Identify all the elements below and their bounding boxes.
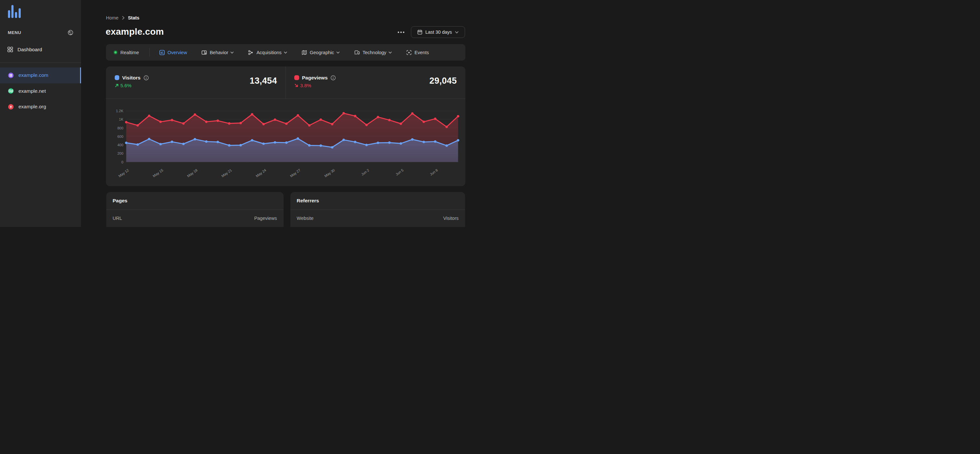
- date-range-button[interactable]: Last 30 days: [411, 26, 465, 38]
- live-indicator-icon: [113, 50, 118, 54]
- svg-text:Jun 5: Jun 5: [395, 168, 404, 176]
- svg-text:May 24: May 24: [255, 168, 267, 178]
- table-header-row: URL Pageviews: [106, 210, 283, 227]
- tab-overview[interactable]: Overview: [159, 50, 187, 55]
- date-range-label: Last 30 days: [425, 30, 452, 35]
- page-title: example.com: [106, 27, 164, 37]
- site-list: example.com example.net example.org: [0, 67, 81, 115]
- tab-acquisitions[interactable]: Acquisitions: [248, 50, 287, 55]
- sidebar-item-example-org[interactable]: example.org: [0, 99, 81, 115]
- svg-text:May 21: May 21: [221, 168, 232, 178]
- stat-pageviews: Pageviews 3.8% 29,045: [286, 67, 465, 99]
- stats-card: Visitors 5.6% 13,454 Pageviews: [106, 67, 465, 186]
- svg-text:800: 800: [117, 126, 123, 130]
- stat-label: Pageviews: [302, 75, 328, 81]
- svg-text:May 18: May 18: [186, 168, 198, 178]
- bar-chart-logo-icon: [8, 5, 21, 18]
- svg-text:May 30: May 30: [324, 168, 336, 178]
- tab-bar: Realtime Overview Behavior: [106, 44, 465, 61]
- svg-text:May 27: May 27: [290, 168, 301, 178]
- svg-text:200: 200: [117, 151, 123, 155]
- tab-label: Events: [415, 50, 429, 55]
- theme-mask-icon: [68, 30, 73, 35]
- traffic-chart[interactable]: 02004006008001K1.2KMay 12May 15May 18May…: [106, 99, 465, 186]
- site-name: example.com: [19, 72, 48, 78]
- stat-change-value: 5.6%: [121, 83, 132, 88]
- column-header-website: Website: [297, 216, 314, 221]
- clover-icon: [8, 73, 14, 78]
- svg-text:Jun 2: Jun 2: [360, 168, 370, 176]
- bolt-icon: [8, 104, 14, 110]
- panel-title: Pages: [106, 192, 283, 210]
- sidebar-item-label: Dashboard: [18, 47, 42, 53]
- tab-divider: [150, 48, 150, 57]
- branch-merge-icon: [248, 50, 253, 55]
- chevron-down-icon: [388, 51, 392, 54]
- sidebar-item-dashboard[interactable]: Dashboard: [8, 45, 42, 54]
- svg-text:400: 400: [117, 143, 123, 147]
- chevron-down-icon: [336, 51, 340, 54]
- map-icon: [302, 50, 307, 55]
- svg-text:0: 0: [121, 160, 123, 164]
- waves-icon: [8, 88, 14, 94]
- sidebar-item-example-net[interactable]: example.net: [0, 83, 81, 99]
- chevron-down-icon: [284, 51, 287, 54]
- pageviews-swatch-icon: [294, 75, 299, 80]
- svg-text:Jun 8: Jun 8: [429, 168, 439, 176]
- breadcrumb: Home Stats: [106, 15, 139, 21]
- stat-label: Visitors: [122, 75, 141, 81]
- tab-label: Realtime: [121, 50, 139, 55]
- tab-realtime[interactable]: Realtime: [113, 50, 139, 55]
- arrow-up-right-icon: [115, 83, 119, 88]
- tab-geographic[interactable]: Geographic: [302, 50, 340, 55]
- sidebar-divider: [0, 62, 81, 63]
- svg-text:600: 600: [117, 134, 123, 138]
- menu-label: MENU: [8, 30, 21, 35]
- info-icon[interactable]: [143, 75, 149, 80]
- tab-label: Acquisitions: [256, 50, 281, 55]
- tab-technology[interactable]: Technology: [354, 50, 392, 55]
- ellipsis-icon: [398, 32, 404, 33]
- chevron-down-icon: [231, 51, 234, 54]
- svg-text:May 12: May 12: [118, 168, 129, 178]
- breadcrumb-home-link[interactable]: Home: [106, 15, 119, 21]
- stat-value: 13,454: [250, 76, 277, 86]
- table-header-row: Website Visitors: [290, 210, 465, 227]
- stat-value: 29,045: [430, 76, 457, 86]
- tab-events[interactable]: Events: [406, 50, 429, 55]
- panel-title: Referrers: [290, 192, 465, 210]
- tab-label: Technology: [363, 50, 386, 55]
- tab-behavior[interactable]: Behavior: [202, 50, 234, 55]
- info-icon[interactable]: [331, 75, 336, 80]
- chart-area: 02004006008001K1.2KMay 12May 15May 18May…: [106, 99, 465, 186]
- sidebar-item-example-com[interactable]: example.com: [0, 67, 81, 83]
- visitors-swatch-icon: [115, 75, 119, 80]
- stat-visitors: Visitors 5.6% 13,454: [106, 67, 285, 99]
- scan-target-icon: [406, 50, 412, 55]
- tab-label: Overview: [167, 50, 187, 55]
- referrers-panel: Referrers Website Visitors: [290, 192, 465, 227]
- site-name: example.org: [19, 104, 46, 110]
- svg-text:1K: 1K: [119, 117, 124, 121]
- column-header-url: URL: [113, 216, 122, 221]
- sidebar: MENU Dashboard: [0, 0, 81, 227]
- more-options-button[interactable]: [396, 29, 406, 36]
- menu-header: MENU: [8, 29, 73, 36]
- arrow-down-right-icon: [294, 83, 299, 88]
- breadcrumb-current: Stats: [128, 15, 139, 21]
- theme-toggle-button[interactable]: [68, 30, 73, 35]
- dashboard-grid-icon: [8, 47, 13, 52]
- calendar-icon: [417, 30, 422, 35]
- chevron-down-icon: [455, 31, 458, 34]
- app-logo: [8, 5, 21, 18]
- svg-text:May 15: May 15: [152, 168, 164, 178]
- svg-text:1.2K: 1.2K: [116, 109, 124, 113]
- pages-panel: Pages URL Pageviews: [106, 192, 283, 227]
- stats-row: Visitors 5.6% 13,454 Pageviews: [106, 67, 465, 99]
- tab-label: Behavior: [210, 50, 228, 55]
- chevron-right-icon: [122, 16, 125, 20]
- analytics-app: { "sidebar": { "menu_label": "MENU", "da…: [0, 0, 490, 227]
- column-header-pageviews: Pageviews: [254, 216, 277, 221]
- stat-change-value: 3.8%: [300, 83, 311, 88]
- tab-group: Overview Behavior Acquisitions: [159, 50, 429, 55]
